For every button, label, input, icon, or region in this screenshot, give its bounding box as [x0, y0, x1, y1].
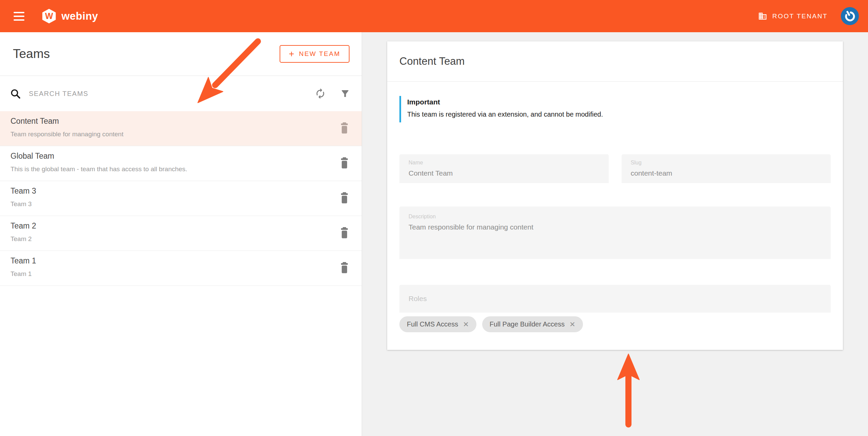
delete-team-button[interactable]	[340, 227, 349, 240]
role-chip: Full CMS Access ✕	[399, 316, 476, 332]
team-list-item[interactable]: Team 3 Team 3	[0, 181, 362, 216]
team-list-item[interactable]: Team 2 Team 2	[0, 216, 362, 251]
search-input[interactable]	[29, 90, 315, 98]
team-description: Team 3	[11, 200, 328, 208]
search-icon	[10, 88, 21, 99]
brand-initial: W	[45, 11, 53, 21]
team-list-item[interactable]: Team 1 Team 1	[0, 251, 362, 286]
roles-placeholder: Roles	[409, 295, 427, 303]
notice-message: This team is registered via an extension…	[407, 110, 831, 119]
team-description: Team 2	[11, 235, 328, 243]
webiny-admin-app: W webiny ROOT TENANT T	[0, 0, 868, 436]
role-chips: Full CMS Access ✕ Full Page Builder Acce…	[399, 316, 831, 332]
chip-label: Full Page Builder Access	[490, 320, 565, 328]
team-details-card: Content Team Important This team is regi…	[387, 41, 843, 350]
team-description: Team responsible for managing content	[11, 130, 328, 138]
search-bar	[0, 76, 362, 111]
filter-button[interactable]	[340, 88, 350, 99]
tenant-label: ROOT TENANT	[772, 13, 828, 20]
tenant-button[interactable]: ROOT TENANT	[758, 12, 828, 21]
menu-icon[interactable]	[14, 12, 24, 21]
building-icon	[758, 12, 767, 21]
new-team-label: NEW TEAM	[299, 50, 340, 58]
field-label: Slug	[631, 159, 822, 166]
card-body: Important This team is registered via an…	[387, 96, 843, 350]
team-name: Global Team	[11, 152, 328, 161]
team-description: Team 1	[11, 270, 328, 278]
refresh-icon	[315, 88, 326, 99]
delete-team-button[interactable]	[340, 192, 349, 205]
team-name: Content Team	[11, 117, 328, 126]
brand-wordmark: webiny	[61, 10, 98, 22]
teams-panel: Teams + NEW TEAM	[0, 32, 362, 436]
description-field: Description Team responsible for managin…	[399, 206, 831, 259]
top-bar-right: ROOT TENANT	[758, 7, 859, 25]
team-name: Team 2	[11, 221, 328, 231]
important-notice: Important This team is registered via an…	[399, 96, 831, 122]
filter-icon	[340, 88, 350, 99]
webiny-hexagon-icon: W	[42, 9, 56, 23]
trash-icon	[340, 157, 349, 169]
trash-icon	[340, 262, 349, 274]
chip-remove-icon[interactable]: ✕	[569, 321, 575, 328]
refresh-button[interactable]	[315, 88, 326, 99]
field-label: Description	[409, 213, 822, 220]
card-header: Content Team	[387, 41, 843, 82]
team-details-panel: Content Team Important This team is regi…	[362, 32, 868, 436]
slug-field: Slug content-team	[622, 154, 831, 183]
delete-team-button[interactable]	[340, 262, 349, 275]
chip-label: Full CMS Access	[407, 320, 458, 328]
page-title: Teams	[13, 47, 50, 61]
trash-icon	[340, 192, 349, 204]
avatar[interactable]	[841, 7, 859, 25]
team-name: Team 1	[11, 256, 328, 265]
new-team-button[interactable]: + NEW TEAM	[280, 45, 350, 63]
field-value: Team responsible for managing content	[409, 222, 822, 232]
field-label: Name	[409, 159, 600, 166]
delete-team-button[interactable]	[340, 157, 349, 170]
team-list-item[interactable]: Global Team This is the global team - te…	[0, 146, 362, 181]
top-bar: W webiny ROOT TENANT	[0, 0, 868, 32]
trash-icon	[340, 122, 349, 134]
team-list-item[interactable]: Content Team Team responsible for managi…	[0, 111, 362, 146]
team-list: Content Team Team responsible for managi…	[0, 111, 362, 286]
plus-icon: +	[289, 49, 294, 59]
webiny-logo: W webiny	[42, 9, 98, 23]
field-value: Content Team	[409, 169, 600, 178]
team-name: Team 3	[11, 186, 328, 196]
notice-title: Important	[407, 98, 831, 106]
trash-icon	[340, 227, 349, 239]
teams-toolbar: Teams + NEW TEAM	[0, 32, 362, 76]
role-chip: Full Page Builder Access ✕	[482, 316, 583, 332]
roles-field[interactable]: Roles	[399, 285, 831, 313]
team-description: This is the global team - team that has …	[11, 165, 328, 173]
chip-remove-icon[interactable]: ✕	[463, 321, 469, 328]
delete-team-button[interactable]	[340, 122, 349, 135]
card-title: Content Team	[399, 55, 465, 67]
content-area: Teams + NEW TEAM	[0, 32, 868, 436]
name-slug-row: Name Content Team Slug content-team	[399, 154, 831, 183]
field-value: content-team	[631, 169, 822, 178]
name-field: Name Content Team	[399, 154, 609, 183]
